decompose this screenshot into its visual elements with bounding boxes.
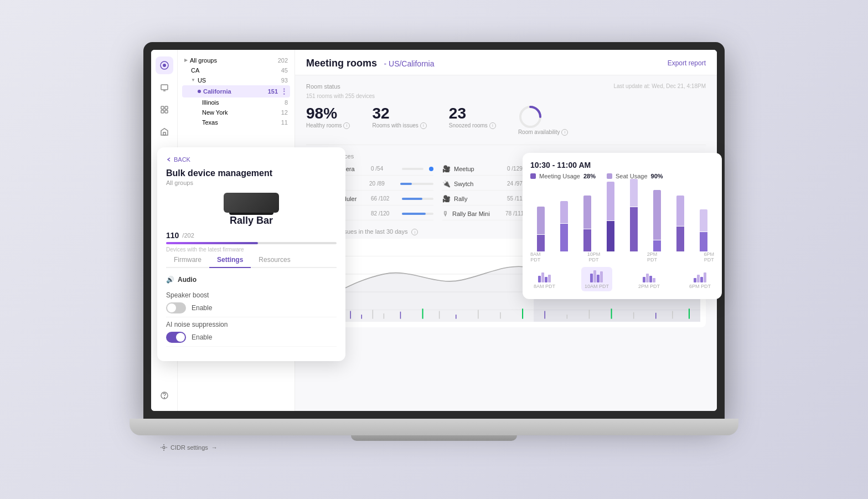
mini-bars-2pm <box>643 269 655 282</box>
meetup-icon: 🎥 <box>442 165 451 173</box>
firmware-total: /202 <box>182 232 194 239</box>
svg-rect-5 <box>165 106 168 109</box>
time-label-2pm: 2PMPDT <box>647 251 658 263</box>
mini-bar <box>704 272 706 282</box>
back-button[interactable]: BACK <box>166 156 337 163</box>
tab-resources[interactable]: Resources <box>251 253 298 268</box>
firmware-desc: Devices with the latest firmware <box>166 246 337 253</box>
tree-arrow-us: ▼ <box>191 78 195 83</box>
tree-item-california[interactable]: California 151 ⋮ <box>182 85 290 97</box>
bar-col-8 <box>693 209 714 251</box>
audio-label: 🔊 Audio <box>166 276 337 284</box>
status-dot <box>429 167 433 171</box>
tree-item-newyork[interactable]: New York 12 <box>182 107 290 117</box>
toggle-knob <box>167 303 176 312</box>
laptop-base <box>130 419 738 435</box>
mini-bar <box>646 274 649 282</box>
stat-healthy: 98% Healthy rooms i <box>306 105 350 136</box>
stat-label-issues: Rooms with issues i <box>372 122 426 129</box>
chart-tooltip-panel: 10:30 - 11:00 AM Meeting Usage 28% Seat … <box>523 153 722 299</box>
room-status-label: Room status <box>306 83 375 90</box>
mini-bar <box>697 275 700 282</box>
tab-firmware[interactable]: Firmware <box>166 253 209 268</box>
time-label-8am: 8AMPDT <box>530 251 541 263</box>
mini-time-10am: 10AM PDT <box>585 284 609 289</box>
mini-group-2pm[interactable]: 2PM PDT <box>635 267 663 291</box>
bar-col-7 <box>670 196 691 251</box>
back-arrow-icon <box>166 157 172 162</box>
legend-seat-color <box>607 173 612 179</box>
bulk-subtitle: All groups <box>166 179 337 186</box>
ai-noise-toggle-label: Enable <box>192 333 212 341</box>
availability-circle <box>518 105 542 129</box>
svg-rect-4 <box>161 106 164 109</box>
mini-bar <box>593 270 596 282</box>
bar-wrap <box>402 213 433 215</box>
swytch-icon: 🔌 <box>442 180 451 188</box>
stat-snoozed: 23 Snoozed rooms i <box>449 105 496 136</box>
nav-icon-analytics[interactable] <box>156 101 173 119</box>
stat-issues: 32 Rooms with issues i <box>372 105 426 136</box>
mini-bar <box>643 277 645 282</box>
mini-bars-8am <box>538 269 551 282</box>
nav-icon-rooms[interactable] <box>156 123 173 141</box>
tree-item-menu[interactable]: ⋮ <box>280 87 288 96</box>
firmware-bar <box>166 242 337 244</box>
mini-bar <box>700 277 703 282</box>
mini-group-8am[interactable]: 8AM PDT <box>530 267 559 291</box>
speaker-boost-label: Speaker boost <box>166 291 337 299</box>
rally-bar-mini-icon: 🎙 <box>442 210 449 218</box>
page-title: Meeting rooms <box>306 58 377 69</box>
bar-col-3 <box>577 196 598 251</box>
speaker-boost-toggle-label: Enable <box>192 304 212 312</box>
firmware-bar-fill <box>166 242 258 244</box>
mini-group-6pm[interactable]: 6PM PDT <box>686 267 714 291</box>
laptop-foot <box>351 435 517 441</box>
ai-noise-toggle[interactable] <box>166 332 186 343</box>
mini-time-6pm: 6PM PDT <box>689 284 711 289</box>
ai-noise-label: AI noise suppression <box>166 321 337 328</box>
tree-item-all-groups[interactable]: ▶ All groups 202 <box>182 55 290 65</box>
nav-icon-devices[interactable] <box>156 79 173 96</box>
legend-meeting: Meeting Usage 28% <box>530 173 596 179</box>
stat-value-snoozed: 23 <box>449 105 496 122</box>
tab-settings[interactable]: Settings <box>209 253 251 268</box>
audio-section: 🔊 Audio Speaker boost Enable AI noise su… <box>166 276 337 347</box>
tree-item-texas[interactable]: Texas 11 <box>182 117 290 127</box>
bar-fill <box>402 198 422 200</box>
nav-icon-help[interactable] <box>156 387 173 404</box>
bar-col-2 <box>554 201 575 251</box>
bar-wrap <box>402 168 423 170</box>
bar-col-6 <box>647 190 668 251</box>
tree-item-illinois[interactable]: Illinois 8 <box>182 97 290 107</box>
speaker-boost-toggle-row: Enable <box>166 302 337 313</box>
tree-item-us[interactable]: ▼ US 93 <box>182 75 290 85</box>
last-update: Last update at: Wed, Dec 21, 4:18PM <box>613 83 706 89</box>
info-chart: i <box>411 229 418 235</box>
mini-bars-6pm <box>694 269 706 282</box>
page-title-area: Meeting rooms - US/California <box>306 58 435 69</box>
mini-bar <box>541 272 544 282</box>
svg-point-13 <box>164 397 164 398</box>
ai-noise-row: AI noise suppression Enable <box>166 317 337 347</box>
speaker-boost-toggle[interactable] <box>166 302 186 313</box>
tree-arrow-all: ▶ <box>184 58 188 63</box>
tree-item-ca[interactable]: CA 45 <box>182 65 290 75</box>
info-healthy: i <box>343 122 350 129</box>
toggle-knob-on <box>176 333 185 342</box>
info-snoozed: i <box>489 122 496 129</box>
ai-noise-toggle-row: Enable <box>166 332 337 343</box>
export-report-button[interactable]: Export report <box>668 59 706 67</box>
svg-rect-8 <box>163 132 166 135</box>
mini-group-10am[interactable]: 10AM PDT <box>581 267 612 291</box>
mini-bar <box>590 274 593 282</box>
stats-row: 98% Healthy rooms i 32 Rooms with issues… <box>306 99 706 145</box>
svg-rect-6 <box>161 110 164 113</box>
stat-label-healthy: Healthy rooms i <box>306 122 350 129</box>
nav-icon-dashboard[interactable] <box>156 56 173 74</box>
stat-label-avail: Room availability i <box>518 129 569 136</box>
firmware-count: 110 <box>166 231 179 240</box>
bar-wrap <box>400 183 433 185</box>
page-subtitle: - US/California <box>384 59 434 68</box>
room-status-section: Room status 151 rooms with 255 devices L… <box>306 83 706 145</box>
